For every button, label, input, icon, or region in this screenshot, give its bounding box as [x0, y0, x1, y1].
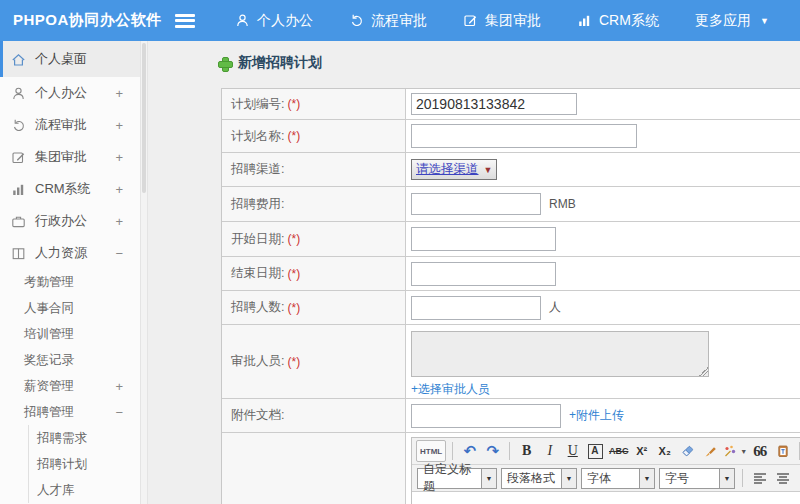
sidebar-item-human-resources[interactable]: 人力资源 −: [0, 237, 140, 269]
start-date-input[interactable]: [411, 227, 556, 251]
font-size-select[interactable]: 字号▼: [659, 468, 735, 489]
field-label: 招聘费用:: [231, 196, 284, 213]
field-label: 结束日期:: [231, 265, 284, 282]
blockquote-button[interactable]: 66: [749, 440, 770, 462]
required-mark: (*): [287, 97, 300, 111]
source-code-button[interactable]: HTML: [416, 440, 446, 462]
expand-icon[interactable]: +: [115, 150, 123, 165]
sidebar-item-admin-office[interactable]: 行政办公 +: [0, 205, 140, 237]
plan-no-input[interactable]: [411, 93, 577, 115]
headcount-unit-label: 人: [549, 299, 561, 316]
caret-down-icon: ▼: [639, 469, 654, 488]
caret-down-icon: ▼: [760, 16, 769, 26]
sidebar-item-recruit-mgmt[interactable]: 招聘管理−: [0, 399, 140, 425]
page-title-text: 新增招聘计划: [238, 54, 322, 72]
field-label: 招聘人数:: [231, 299, 284, 316]
edit-icon: [11, 150, 27, 165]
expand-icon[interactable]: +: [115, 379, 123, 394]
top-nav: 个人办公 流程审批 集团审批 CRM系统 更多应用 ▼: [235, 12, 769, 30]
collapse-icon[interactable]: −: [115, 246, 123, 261]
align-center-button[interactable]: [772, 467, 793, 489]
sidebar-item-recruit-demand[interactable]: 招聘需求: [29, 425, 140, 451]
collapse-icon[interactable]: −: [115, 405, 123, 420]
sprinkle-icon: [723, 444, 737, 458]
sidebar-item-label: 人才库: [37, 482, 75, 499]
channel-selected-value: 请选择渠道: [416, 161, 479, 178]
attachment-input[interactable]: [411, 404, 561, 428]
person-icon: [11, 86, 27, 101]
home-icon: [11, 52, 27, 67]
undo-button[interactable]: ↶: [459, 440, 480, 462]
sidebar-item-attendance[interactable]: 考勤管理: [0, 269, 140, 295]
sidebar-item-rewards[interactable]: 奖惩记录: [0, 347, 140, 373]
superscript-button[interactable]: X²: [631, 440, 652, 462]
book-icon: [11, 246, 27, 261]
form-row-attachment: 附件文档: +附件上传: [222, 399, 800, 433]
paste-text-button[interactable]: [772, 440, 793, 462]
sidebar-item-training[interactable]: 培训管理: [0, 321, 140, 347]
sidebar-item-salary[interactable]: 薪资管理+: [0, 373, 140, 399]
custom-heading-select[interactable]: 自定义标题▼: [417, 468, 497, 489]
attachment-upload-link[interactable]: +附件上传: [569, 408, 624, 422]
sidebar-item-personal-desktop[interactable]: 个人桌面: [0, 41, 140, 77]
nav-more-apps[interactable]: 更多应用 ▼: [695, 12, 769, 30]
form-row-plan-no: 计划编号:(*): [222, 89, 800, 120]
sidebar-item-label: 人力资源: [35, 244, 87, 262]
nav-crm-system[interactable]: CRM系统: [577, 12, 659, 30]
italic-button[interactable]: I: [539, 440, 560, 462]
expand-icon[interactable]: +: [115, 118, 123, 133]
chart-icon: [11, 182, 27, 197]
end-date-input[interactable]: [411, 262, 556, 286]
field-label: 附件文档:: [231, 407, 284, 424]
align-left-icon: [753, 471, 767, 485]
flow-icon: [11, 118, 27, 133]
sidebar-item-crm-system[interactable]: CRM系统 +: [0, 173, 140, 205]
expand-icon[interactable]: +: [115, 86, 123, 101]
font-family-select[interactable]: 字体▼: [581, 468, 655, 489]
align-right-button[interactable]: [795, 467, 800, 489]
hamburger-menu-icon[interactable]: [175, 14, 195, 28]
sidebar-item-label: 个人办公: [35, 84, 87, 102]
sidebar-item-group-approval[interactable]: 集团审批 +: [0, 141, 140, 173]
subscript-button[interactable]: X₂: [654, 440, 675, 462]
sidebar-item-label: 薪资管理: [24, 378, 74, 395]
font-style-button[interactable]: A: [585, 440, 606, 462]
bold-button[interactable]: B: [516, 440, 537, 462]
field-label: 计划编号:: [231, 96, 284, 113]
underline-button[interactable]: U: [562, 440, 583, 462]
sidebar-item-hr-contract[interactable]: 人事合同: [0, 295, 140, 321]
field-label: 招聘渠道:: [231, 161, 284, 178]
nav-group-approval[interactable]: 集团审批: [463, 12, 541, 30]
field-label: 计划名称:: [231, 128, 284, 145]
scrollbar-thumb[interactable]: [142, 43, 146, 193]
recruit-plan-form: 计划编号:(*) 计划名称:(*) 招聘渠道: 请选择渠道 ▼ 招聘费用: RM…: [221, 88, 800, 504]
expand-icon[interactable]: +: [115, 182, 123, 197]
redo-button[interactable]: ↷: [482, 440, 503, 462]
sidebar-item-workflow-approval[interactable]: 流程审批 +: [0, 109, 140, 141]
channel-select[interactable]: 请选择渠道 ▼: [411, 159, 497, 180]
plan-name-input[interactable]: [411, 124, 637, 148]
sidebar-item-label: 个人桌面: [35, 50, 87, 68]
add-plus-icon: [218, 57, 231, 70]
strikethrough-button[interactable]: ABC: [608, 440, 629, 462]
sidebar: 个人桌面 个人办公 + 流程审批 + 集团审批 +: [0, 41, 140, 504]
sidebar-item-personal-office[interactable]: 个人办公 +: [0, 77, 140, 109]
paragraph-format-select[interactable]: 段落格式▼: [501, 468, 577, 489]
align-left-button[interactable]: [749, 467, 770, 489]
format-brush-button[interactable]: [700, 440, 721, 462]
fee-input[interactable]: [411, 193, 541, 215]
sidebar-scrollbar[interactable]: [140, 41, 148, 504]
choose-approver-link[interactable]: +选择审批人员: [411, 381, 490, 398]
format-sprinkle-button[interactable]: ▼: [723, 440, 747, 462]
approver-textarea[interactable]: [411, 331, 709, 377]
sidebar-item-label: 奖惩记录: [24, 352, 74, 369]
nav-personal-office[interactable]: 个人办公: [235, 12, 313, 30]
headcount-input[interactable]: [411, 296, 541, 320]
sidebar-item-recruit-plan[interactable]: 招聘计划: [29, 451, 140, 477]
field-label: 开始日期:: [231, 231, 284, 248]
hr-submenu: 考勤管理 人事合同 培训管理 奖惩记录 薪资管理+ 招聘管理− 招聘需求 招聘计…: [0, 269, 140, 503]
expand-icon[interactable]: +: [115, 214, 123, 229]
sidebar-item-talent-pool[interactable]: 人才库: [29, 477, 140, 503]
eraser-button[interactable]: [677, 440, 698, 462]
nav-workflow-approval[interactable]: 流程审批: [349, 12, 427, 30]
